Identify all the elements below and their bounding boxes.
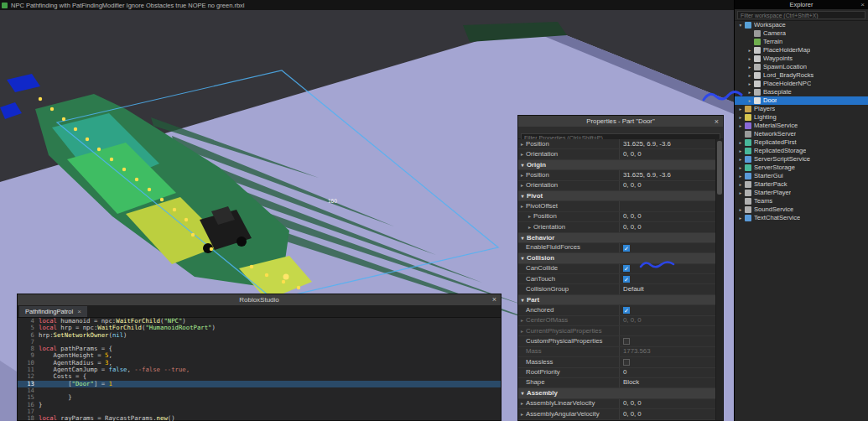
code-line[interactable]: 14: [18, 387, 501, 394]
expand-arrow-icon[interactable]: ▸: [526, 212, 533, 221]
checkbox-enablefluidforces[interactable]: ✓: [623, 245, 630, 252]
explorer-item-door[interactable]: ▸Door: [735, 96, 868, 105]
expand-arrow-icon[interactable]: ▸: [737, 113, 744, 122]
property-value[interactable]: 31.625, 6.9, -3.6: [620, 139, 716, 148]
section-collapse-icon[interactable]: ▾: [518, 295, 527, 304]
property-value[interactable]: 0: [620, 368, 716, 377]
expand-arrow-icon[interactable]: ▸: [737, 189, 744, 197]
tab-close-icon[interactable]: ×: [77, 308, 81, 315]
properties-header[interactable]: Properties - Part "Door" ×: [518, 116, 723, 127]
expand-arrow-icon[interactable]: ▸: [737, 155, 744, 164]
checkbox-anchored[interactable]: ✓: [623, 307, 630, 314]
property-value[interactable]: [620, 336, 716, 346]
explorer-close-button[interactable]: ×: [860, 1, 865, 8]
expand-arrow-icon[interactable]: ▸: [518, 316, 526, 325]
expand-arrow-icon[interactable]: ▸: [526, 222, 533, 231]
code-line[interactable]: 15 }: [18, 394, 501, 401]
expand-arrow-icon[interactable]: ▸: [746, 71, 753, 80]
explorer-item-workspace[interactable]: ▾Workspace: [735, 21, 868, 29]
property-row-position[interactable]: ▸Position0, 0, 0: [518, 212, 716, 222]
expand-arrow-icon[interactable]: ▸: [737, 105, 744, 113]
explorer-item-replicatedfirst[interactable]: ▸ReplicatedFirst: [735, 138, 868, 147]
property-row-centerofmass[interactable]: ▸CenterOfMass0, 0, 0: [518, 316, 716, 326]
property-value[interactable]: [620, 357, 716, 366]
property-value[interactable]: ✓: [620, 243, 716, 252]
property-row-assemblylinearvelocity[interactable]: ▸AssemblyLinearVelocity0, 0, 0: [518, 399, 716, 409]
explorer-item-waypoints[interactable]: ▸Waypoints: [735, 55, 868, 63]
explorer-item-materialservice[interactable]: ▸MaterialService: [735, 122, 868, 130]
expand-arrow-icon[interactable]: ▾: [737, 21, 744, 29]
property-value[interactable]: 0, 0, 0: [620, 399, 716, 408]
explorer-header[interactable]: Explorer ×: [735, 0, 868, 9]
checkbox-cancollide[interactable]: ✓: [623, 265, 630, 272]
property-value[interactable]: 1773.563: [620, 347, 716, 356]
checkbox-cantouch[interactable]: ✓: [623, 276, 630, 283]
property-value[interactable]: 0, 0, 0: [620, 222, 716, 231]
expand-arrow-icon[interactable]: ▸: [737, 214, 744, 222]
property-row-enablefluidforces[interactable]: EnableFluidForces✓: [518, 243, 716, 253]
expand-arrow-icon[interactable]: ▸: [746, 55, 753, 63]
expand-arrow-icon[interactable]: ▸: [737, 180, 744, 189]
property-value[interactable]: [620, 326, 716, 335]
expand-arrow-icon[interactable]: ▸: [518, 409, 526, 418]
explorer-item-startergui[interactable]: ▸StarterGui: [735, 172, 868, 180]
code-line[interactable]: 11 AgentCanJump = false, --false --true,: [18, 366, 501, 373]
property-section-pivot[interactable]: ▾Pivot: [518, 191, 716, 201]
property-value[interactable]: 0, 0, 0: [620, 212, 716, 221]
expand-arrow-icon[interactable]: ▸: [746, 96, 753, 105]
explorer-item-spawnlocation[interactable]: ▸SpawnLocation: [735, 63, 868, 71]
explorer-item-teams[interactable]: Teams: [735, 197, 868, 205]
property-row-massless[interactable]: Massless: [518, 357, 716, 367]
explorer-item-starterpack[interactable]: ▸StarterPack: [735, 180, 868, 189]
explorer-item-players[interactable]: ▸Players: [735, 105, 868, 113]
explorer-item-replicatedstorage[interactable]: ▸ReplicatedStorage: [735, 147, 868, 155]
expand-arrow-icon[interactable]: ▸: [518, 181, 526, 190]
properties-close-button[interactable]: ×: [715, 117, 719, 126]
property-row-mass[interactable]: Mass1773.563: [518, 347, 716, 357]
section-collapse-icon[interactable]: ▾: [518, 253, 527, 262]
property-row-orientation[interactable]: ▸Orientation0, 0, 0: [518, 222, 716, 232]
checkbox-massless[interactable]: [623, 359, 630, 366]
property-row-cantouch[interactable]: CanTouch✓: [518, 274, 716, 284]
properties-scrollbar[interactable]: [715, 139, 723, 420]
property-value[interactable]: 0, 0, 0: [620, 149, 716, 159]
explorer-item-terrain[interactable]: Terrain: [735, 38, 868, 46]
section-collapse-icon[interactable]: ▾: [518, 191, 527, 200]
expand-arrow-icon[interactable]: ▸: [518, 170, 526, 179]
explorer-item-soundservice[interactable]: ▸SoundService: [735, 205, 868, 214]
explorer-item-networkserver[interactable]: NetworkServer: [735, 130, 868, 138]
expand-arrow-icon[interactable]: ▸: [746, 63, 753, 71]
property-row-collisiongroup[interactable]: CollisionGroupDefault: [518, 284, 716, 294]
property-value[interactable]: Block: [620, 378, 716, 387]
script-window-close-button[interactable]: ×: [492, 294, 496, 305]
checkbox-customphysicalproperties[interactable]: [623, 338, 630, 345]
property-section-part[interactable]: ▾Part: [518, 295, 716, 305]
code-line[interactable]: 6hrp:SetNetworkOwner(nil): [18, 332, 501, 339]
property-row-rootpriority[interactable]: RootPriority0: [518, 368, 716, 378]
section-collapse-icon[interactable]: ▾: [518, 388, 527, 398]
section-collapse-icon[interactable]: ▾: [518, 160, 527, 169]
property-section-collision[interactable]: ▾Collision: [518, 253, 716, 263]
property-row-orientation[interactable]: ▸Orientation0, 0, 0: [518, 181, 716, 191]
explorer-item-placeholdernpc[interactable]: ▸PlaceHolderNPC: [735, 80, 868, 88]
tab-pathfindingpatrol[interactable]: PathfindingPatrol ×: [19, 306, 87, 317]
property-value[interactable]: ✓: [620, 305, 716, 314]
property-row-position[interactable]: ▸Position31.625, 6.9, -3.6: [518, 139, 716, 149]
explorer-item-camera[interactable]: Camera: [735, 29, 868, 38]
code-line[interactable]: 13 ["Door"] = 1: [18, 381, 501, 387]
property-section-assembly[interactable]: ▾Assembly: [518, 388, 716, 398]
script-window-titlebar[interactable]: RobloxStudio ×: [18, 294, 501, 305]
property-value[interactable]: 31.625, 6.9, -3.6: [620, 170, 716, 179]
property-row-pivotoffset[interactable]: ▸PivotOffset: [518, 201, 716, 211]
expand-arrow-icon[interactable]: ▸: [518, 326, 526, 335]
expand-arrow-icon[interactable]: ▸: [518, 149, 526, 159]
expand-arrow-icon[interactable]: ▸: [737, 138, 744, 147]
expand-arrow-icon[interactable]: ▸: [518, 399, 526, 408]
expand-arrow-icon[interactable]: ▸: [737, 147, 744, 155]
explorer-item-starterplayer[interactable]: ▸StarterPlayer: [735, 189, 868, 197]
property-row-currentphysicalproperties[interactable]: ▸CurrentPhysicalProperties: [518, 326, 716, 336]
expand-arrow-icon[interactable]: ▸: [737, 164, 744, 172]
property-row-cancollide[interactable]: CanCollide✓: [518, 264, 716, 274]
property-row-position[interactable]: ▸Position31.625, 6.9, -3.6: [518, 170, 716, 180]
expand-arrow-icon[interactable]: ▸: [737, 172, 744, 180]
